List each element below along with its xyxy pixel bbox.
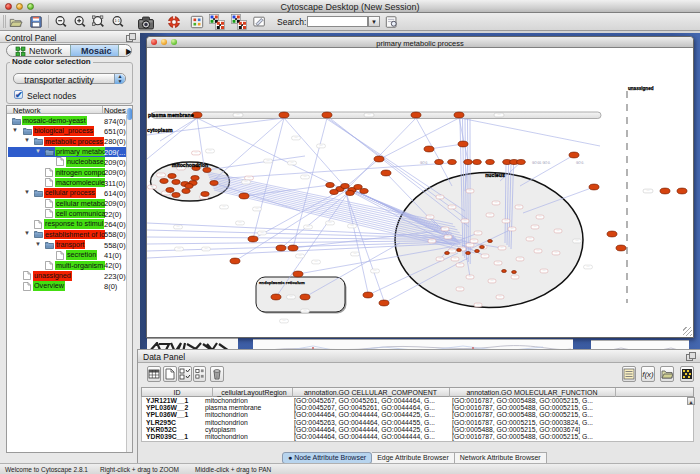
svg-text:···: ··· (429, 215, 432, 219)
svg-text:···: ··· (499, 295, 502, 299)
svg-text:···: ··· (299, 254, 302, 258)
svg-text:f(x): f(x) (642, 370, 654, 379)
svg-text:···: ··· (444, 227, 447, 231)
svg-text:···: ··· (320, 144, 323, 148)
svg-text:···: ··· (195, 151, 198, 155)
svg-text:···: ··· (160, 173, 163, 177)
svg-text:nucleus: nucleus (485, 172, 505, 178)
svg-text:···: ··· (351, 224, 354, 228)
svg-text:···: ··· (209, 149, 212, 153)
svg-text:1:1: 1:1 (114, 18, 119, 23)
svg-text:···: ··· (537, 249, 540, 253)
svg-text:···: ··· (469, 243, 472, 247)
svg-text:···: ··· (374, 269, 377, 273)
svg-text:···: ··· (431, 239, 434, 243)
svg-text:···: ··· (518, 205, 521, 209)
svg-text:···: ··· (477, 231, 480, 235)
svg-text:···: ··· (239, 221, 242, 225)
svg-text:···: ··· (261, 231, 264, 235)
svg-text:···: ··· (459, 263, 462, 267)
svg-text:···: ··· (451, 205, 454, 209)
svg-text:···: ··· (304, 309, 307, 313)
svg-text:···: ··· (354, 252, 357, 256)
svg-text:···: ··· (248, 176, 251, 180)
svg-text:···: ··· (539, 215, 542, 219)
svg-text:···: ··· (497, 261, 500, 265)
svg-text:···: ··· (498, 113, 501, 117)
svg-text:···: ··· (283, 319, 286, 323)
svg-text:endoplasmic reticulum: endoplasmic reticulum (259, 280, 305, 285)
svg-text:···: ··· (223, 205, 226, 209)
svg-text:···: ··· (484, 254, 487, 258)
svg-text:···: ··· (489, 213, 492, 217)
svg-text:···: ··· (495, 201, 498, 205)
svg-text:···: ··· (439, 195, 442, 199)
svg-text:···: ··· (307, 225, 310, 229)
svg-text:mitochondrion: mitochondrion (172, 162, 208, 168)
svg-text:···: ··· (267, 159, 270, 163)
svg-text:···: ··· (469, 189, 472, 193)
svg-text:···: ··· (245, 180, 248, 184)
svg-text:···: ··· (295, 136, 298, 140)
svg-text:···: ··· (529, 237, 532, 241)
svg-text:···: ··· (543, 269, 546, 273)
svg-text:···: ··· (447, 235, 450, 239)
svg-text:···: ··· (514, 275, 517, 279)
svg-text:···: ··· (439, 257, 442, 261)
svg-text:···: ··· (315, 260, 318, 264)
svg-text:···: ··· (477, 303, 480, 307)
svg-text:···: ··· (177, 225, 180, 229)
svg-text:···: ··· (464, 219, 467, 223)
svg-text:GO:0.: GO:0. (420, 161, 428, 165)
svg-text:···: ··· (555, 251, 558, 255)
svg-text:···: ··· (505, 219, 508, 223)
svg-text:GO:0.: GO:0. (576, 161, 584, 165)
svg-text:cytoplasm: cytoplasm (147, 127, 173, 133)
svg-text:···: ··· (368, 113, 371, 117)
svg-text:···: ··· (291, 161, 294, 165)
svg-text:···: ··· (304, 175, 307, 179)
svg-text:···: ··· (557, 229, 560, 233)
svg-text:···: ··· (454, 257, 457, 261)
svg-text:···: ··· (587, 265, 590, 269)
svg-text:···: ··· (329, 221, 332, 225)
svg-text:···: ··· (178, 247, 181, 251)
svg-text:···: ··· (511, 227, 514, 231)
svg-text:plasma membrane: plasma membrane (148, 112, 194, 118)
svg-text:···: ··· (237, 113, 240, 117)
svg-text:···: ··· (451, 249, 454, 253)
svg-text:···: ··· (205, 247, 208, 251)
svg-text:···: ··· (534, 225, 537, 229)
svg-text:···: ··· (647, 189, 650, 193)
svg-text:···: ··· (256, 207, 259, 211)
svg-text:···: ··· (519, 257, 522, 261)
svg-text:GO:00. GO:0.: GO:00. GO:0. (532, 161, 551, 165)
svg-text:···: ··· (151, 185, 154, 189)
svg-text:···: ··· (290, 295, 293, 299)
svg-text:···: ··· (469, 275, 472, 279)
svg-text:···: ··· (459, 287, 462, 291)
svg-text:···: ··· (501, 246, 504, 250)
svg-text:···: ··· (576, 239, 579, 243)
svg-text:···: ··· (491, 279, 494, 283)
svg-text:···: ··· (473, 239, 476, 243)
svg-text:unassigned: unassigned (628, 86, 654, 91)
